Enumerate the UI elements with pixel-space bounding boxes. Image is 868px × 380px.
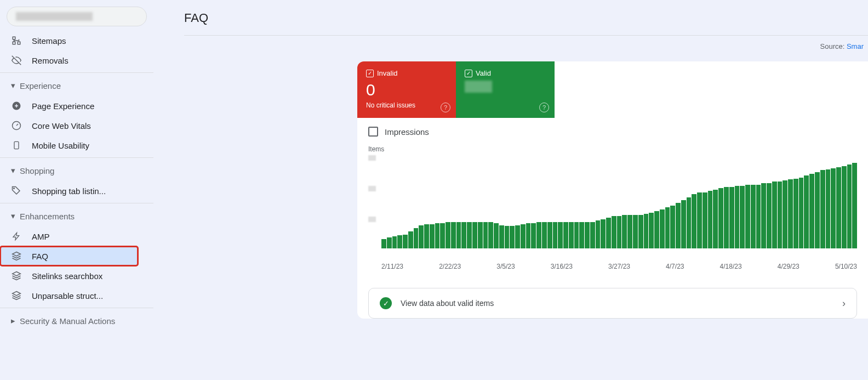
sidebar-item-sitemaps[interactable]: Sitemaps xyxy=(0,31,153,50)
bar xyxy=(440,223,445,248)
bar xyxy=(596,220,601,248)
sidebar-item-unparsable[interactable]: Unparsable struct... xyxy=(0,286,153,305)
section-label: Enhancements xyxy=(20,212,75,221)
sidebar-item-label: Sitelinks searchbox xyxy=(32,271,102,281)
sidebar-item-page-experience[interactable]: Page Experience xyxy=(0,96,153,116)
bar xyxy=(778,182,783,248)
status-tab-invalid[interactable]: ✓ Invalid 0 No critical issues ? xyxy=(357,61,456,118)
sidebar-item-core-web-vitals[interactable]: Core Web Vitals xyxy=(0,116,153,135)
bar xyxy=(467,222,472,248)
section-label: Security & Manual Actions xyxy=(20,316,115,326)
bar xyxy=(574,222,579,248)
bar xyxy=(767,183,772,248)
property-selector[interactable] xyxy=(7,7,147,26)
bar xyxy=(558,222,563,248)
view-valid-items-button[interactable]: ✓ View data about valid items › xyxy=(368,288,857,319)
source-link[interactable]: Smar xyxy=(847,42,864,50)
bar xyxy=(494,223,499,248)
sidebar-item-shopping-tab[interactable]: Shopping tab listin... xyxy=(0,181,153,201)
checkbox-checked-icon: ✓ xyxy=(366,70,374,77)
help-icon[interactable]: ? xyxy=(539,103,549,112)
impressions-toggle[interactable]: Impressions xyxy=(357,118,868,141)
bar xyxy=(831,168,836,248)
sidebar-item-label: Removals xyxy=(32,56,68,65)
status-tabs: ✓ Invalid 0 No critical issues ? ✓ Valid… xyxy=(357,61,868,118)
section-security[interactable]: ▸ Security & Manual Actions xyxy=(0,310,153,331)
sidebar-item-label: Core Web Vitals xyxy=(32,121,91,131)
bar xyxy=(772,182,777,248)
sidebar-item-label: AMP xyxy=(32,232,50,241)
layers-icon xyxy=(11,290,22,301)
sidebar-item-mobile-usability[interactable]: Mobile Usability xyxy=(0,135,153,155)
sidebar-item-label: Page Experience xyxy=(32,101,94,111)
sidebar-item-faq[interactable]: FAQ xyxy=(0,246,138,266)
bolt-icon xyxy=(11,231,22,242)
section-experience[interactable]: ▾ Experience xyxy=(0,75,153,96)
divider xyxy=(0,72,153,73)
mobile-icon xyxy=(11,140,22,151)
sidebar-item-removals[interactable]: Removals xyxy=(0,50,153,70)
plus-circle-icon xyxy=(11,100,22,111)
svg-point-6 xyxy=(14,188,15,189)
x-tick-label: 3/16/23 xyxy=(551,263,573,270)
x-tick-label: 2/22/23 xyxy=(439,263,461,270)
bar xyxy=(751,185,756,248)
bar xyxy=(761,183,766,248)
chevron-down-icon: ▾ xyxy=(11,81,18,90)
sidebar-item-label: Shopping tab listin... xyxy=(32,186,106,196)
x-tick-label: 2/11/23 xyxy=(381,263,403,270)
source-prefix: Source: xyxy=(820,42,847,50)
tag-icon xyxy=(11,185,22,196)
help-icon[interactable]: ? xyxy=(441,103,450,112)
sidebar-item-label: FAQ xyxy=(32,252,48,261)
bar xyxy=(820,170,825,248)
bar xyxy=(804,175,809,248)
speed-icon xyxy=(11,120,22,131)
bar xyxy=(847,165,852,248)
bar xyxy=(521,224,526,248)
bar xyxy=(526,223,531,248)
bar xyxy=(553,222,558,248)
status-tab-valid[interactable]: ✓ Valid ? xyxy=(456,61,555,118)
bar xyxy=(456,222,461,248)
y-axis-ticks xyxy=(368,155,378,248)
bar xyxy=(585,222,590,248)
x-tick-label: 3/5/23 xyxy=(496,263,515,270)
divider xyxy=(0,157,153,158)
bar xyxy=(563,222,568,248)
bar xyxy=(756,185,761,248)
check-circle-icon: ✓ xyxy=(380,297,392,309)
status-label-text: Valid xyxy=(476,69,491,77)
sidebar-item-amp[interactable]: AMP xyxy=(0,226,153,246)
divider xyxy=(0,308,153,308)
bar xyxy=(852,163,857,248)
bar xyxy=(446,222,450,248)
checkbox-unchecked-icon[interactable] xyxy=(368,127,378,137)
bar xyxy=(499,225,504,249)
sidebar: Sitemaps Removals ▾ Experience Page Expe… xyxy=(0,0,153,380)
bar xyxy=(708,191,713,248)
x-tick-label: 5/10/23 xyxy=(835,263,857,270)
bar xyxy=(799,178,804,248)
bar xyxy=(718,188,723,249)
x-tick-label: 3/27/23 xyxy=(608,263,630,270)
bar xyxy=(692,194,696,248)
bar xyxy=(836,167,841,248)
bar xyxy=(451,222,456,248)
section-label: Shopping xyxy=(20,166,54,175)
checkbox-checked-icon: ✓ xyxy=(465,70,472,77)
section-shopping[interactable]: ▾ Shopping xyxy=(0,160,153,181)
status-subtext: No critical issues xyxy=(366,101,447,109)
sidebar-item-sitelinks-searchbox[interactable]: Sitelinks searchbox xyxy=(0,266,153,286)
bar xyxy=(601,219,606,248)
bar xyxy=(419,225,424,249)
bar xyxy=(740,186,745,248)
bar xyxy=(660,209,665,248)
bar xyxy=(478,222,483,248)
chevron-right-icon: › xyxy=(842,298,846,309)
section-enhancements[interactable]: ▾ Enhancements xyxy=(0,206,153,226)
bar xyxy=(408,231,413,248)
action-text: View data about valid items xyxy=(401,299,833,308)
bar xyxy=(670,206,675,248)
bar xyxy=(649,213,654,248)
